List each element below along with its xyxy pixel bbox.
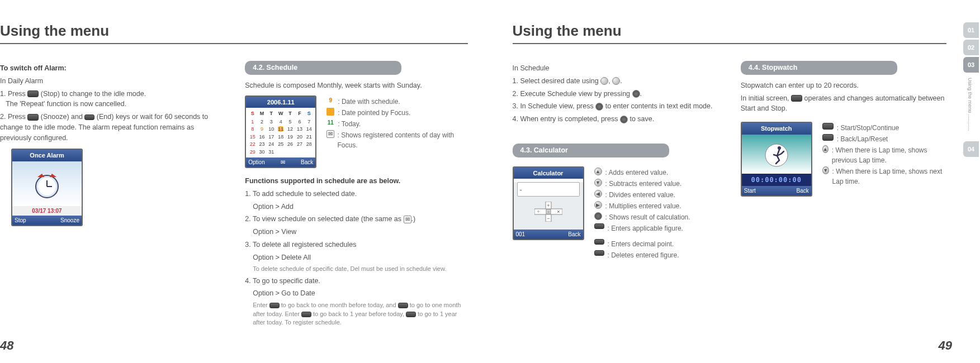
softkey-right: Back xyxy=(568,230,580,238)
nav-key-icon xyxy=(600,77,608,85)
section-tab-schedule: 4.2. Schedule xyxy=(245,61,401,75)
softkey-left: Stop xyxy=(15,216,26,225)
softkey-left: 001 xyxy=(516,230,525,238)
stopwatch-screenshot: Stopwatch 00:00:00:00 Start Back xyxy=(741,122,812,197)
alarm-sub: In Daily Alarm xyxy=(0,76,222,87)
key-icon xyxy=(301,312,311,317)
softkey-icon xyxy=(27,90,39,97)
stopwatch-section: 4.4. Stopwatch Stopwatch can enter up to… xyxy=(741,61,946,261)
page-title: Using the menu xyxy=(513,22,947,40)
calendar-grid: SMTWTFS 1234567 891011121314 15161718192… xyxy=(248,109,314,156)
chapter-tab-02: 02 xyxy=(963,40,979,55)
softkey-icon xyxy=(822,123,834,130)
chapter-tab-01: 01 xyxy=(963,22,979,38)
schedule-intro: Schedule is composed Monthly, week start… xyxy=(245,80,467,91)
section-tab-stopwatch: 4.4. Stopwatch xyxy=(741,61,897,75)
page-49: Using the menu In Schedule 1. Select des… xyxy=(490,0,981,363)
page-48: Using the menu To switch off Alarm: In D… xyxy=(0,0,490,363)
chapter-tab-04: 04 xyxy=(963,141,979,157)
schedule-section: 4.2. Schedule Schedule is composed Month… xyxy=(245,61,467,329)
screen-title: Once Alarm xyxy=(12,150,82,161)
alarm-off-section: To switch off Alarm: In Daily Alarm 1. P… xyxy=(0,61,222,329)
alarm-screenshot: Once Alarm 03/17 13:07 xyxy=(11,149,83,226)
page-title: Using the menu xyxy=(0,22,468,40)
nav-key-icon xyxy=(612,77,620,85)
down-key-icon: ▼ xyxy=(594,179,602,187)
calculator-screenshot: Calculator + − ÷ × xyxy=(513,166,584,241)
softkey-left: Start xyxy=(744,187,756,195)
clear-key-icon xyxy=(594,250,604,256)
star-key-icon xyxy=(594,239,604,245)
chapter-tabs: 01 02 03 Using the menu ............ 04 xyxy=(963,22,980,159)
runner-icon xyxy=(742,135,811,174)
screen-title: Stopwatch xyxy=(742,123,811,135)
schedule-usage: In Schedule 1. Select desired date using… xyxy=(513,61,718,261)
alarm-heading: To switch off Alarm: xyxy=(0,64,67,72)
alarm-time: 03/17 13:07 xyxy=(12,206,82,216)
softkey-right: Back xyxy=(797,187,809,195)
title-rule xyxy=(0,43,468,44)
right-key-icon: ▶ xyxy=(594,201,602,209)
key-icon xyxy=(269,303,280,308)
softkey-right: Snooze xyxy=(60,216,79,225)
calendar-screenshot: 2006.1.11 SMTWTFS 1234567 891011121314 1… xyxy=(245,95,316,169)
stopwatch-time: 00:00:00:00 xyxy=(742,174,811,186)
functions-heading: Functions supported in schedule are as b… xyxy=(245,177,400,185)
ok-key-icon xyxy=(594,212,602,220)
title-rule xyxy=(513,43,947,44)
svg-text:÷: ÷ xyxy=(537,209,539,214)
up-key-icon: ▲ xyxy=(594,168,602,175)
section-tab-calculator: 4.3. Calculator xyxy=(513,144,669,157)
softkey-left: Option xyxy=(248,158,264,166)
ok-key-icon xyxy=(632,90,640,98)
left-key-icon: ◀ xyxy=(594,190,602,198)
end-key-icon xyxy=(84,114,94,120)
svg-text:+: + xyxy=(547,203,550,208)
up-key-icon: ▲ xyxy=(822,145,828,153)
functions-list: 1. To add schedule to selected date. Opt… xyxy=(245,189,467,327)
down-key-icon: ▼ xyxy=(822,166,829,174)
softkey-right: Back xyxy=(301,158,313,166)
chapter-tab-03: 03 xyxy=(963,57,979,73)
page-number: 48 xyxy=(0,338,13,353)
key-icon xyxy=(398,303,408,308)
svg-text:×: × xyxy=(557,209,560,214)
numpad-icon xyxy=(594,223,604,229)
page-number: 49 xyxy=(939,338,952,353)
key-icon xyxy=(406,312,416,317)
screen-title: 2006.1.11 xyxy=(246,97,315,108)
softkey-icon xyxy=(27,114,39,121)
softkey-icon xyxy=(822,134,834,141)
alarm-clock-icon xyxy=(12,161,82,206)
calc-dpad-icon: + − ÷ × = xyxy=(534,202,562,224)
screen-title: Calculator xyxy=(514,168,583,179)
ok-key-icon xyxy=(620,116,628,123)
svg-text:=: = xyxy=(547,209,550,214)
alarm-step1: 1. Press (Stop) to change to the idle mo… xyxy=(0,89,222,110)
alarm-step2: 2. Press (Snooze) and (End) keys or wait… xyxy=(0,112,222,143)
ok-key-icon xyxy=(595,103,603,111)
softkey-icon xyxy=(791,95,802,102)
svg-text:−: − xyxy=(547,216,550,221)
chapter-label: Using the menu ............ xyxy=(963,74,977,141)
